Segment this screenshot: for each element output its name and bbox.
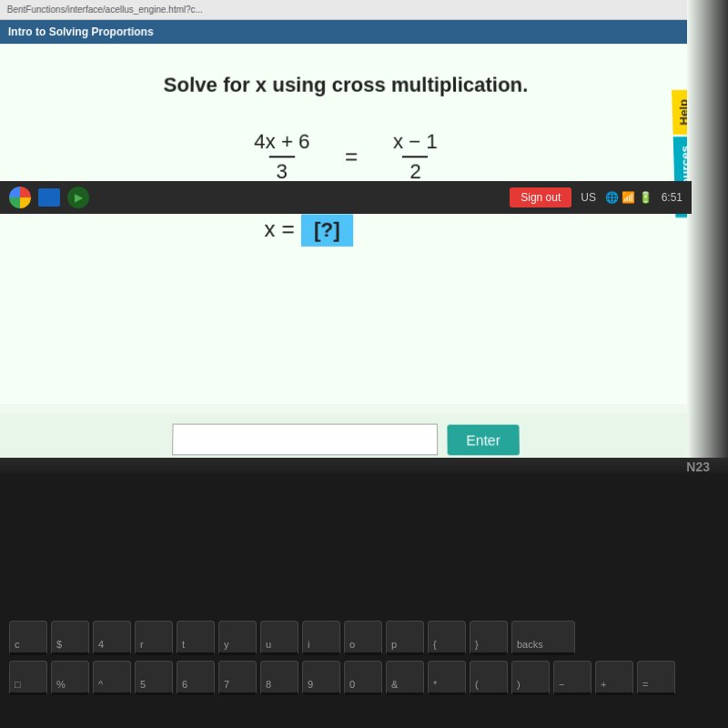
keyboard-area: c $ 4 r t y u i o p { } backs □ % ^ 5 6 … <box>0 473 728 728</box>
key-amp[interactable]: & <box>386 661 424 695</box>
taskbar: ▶ Sign out US 🌐 📶 🔋 6:51 <box>0 181 692 214</box>
enter-button[interactable]: Enter <box>447 424 519 455</box>
key-8[interactable]: 8 <box>260 661 298 695</box>
key-0[interactable]: 0 <box>344 661 382 695</box>
key-i[interactable]: i <box>302 621 340 655</box>
left-numerator: 4x + 6 <box>247 127 318 156</box>
equals-sign: = <box>345 144 358 170</box>
key-star[interactable]: * <box>428 661 466 695</box>
key-caret[interactable]: ^ <box>93 661 131 695</box>
key-6[interactable]: 6 <box>177 661 215 695</box>
play-icon[interactable]: ▶ <box>67 187 89 208</box>
left-fraction: 4x + 6 3 <box>247 127 318 186</box>
key-9[interactable]: 9 <box>302 661 340 695</box>
key-u[interactable]: u <box>260 621 298 655</box>
device-label: N23 <box>686 460 710 474</box>
answer-placeholder: [?] <box>300 214 352 246</box>
answer-input[interactable] <box>172 424 438 456</box>
key-plus[interactable]: + <box>595 661 633 695</box>
key-lparen[interactable]: ( <box>470 661 508 695</box>
key-rparen[interactable]: ) <box>511 661 550 695</box>
taskbar-apps: ▶ <box>9 187 89 208</box>
clock: 6:51 <box>662 191 682 204</box>
key-rect[interactable]: □ <box>9 661 47 695</box>
key-o[interactable]: o <box>344 621 382 655</box>
problem-instruction: Solve for x using cross multiplication. <box>34 71 659 99</box>
keyboard: c $ 4 r t y u i o p { } backs □ % ^ 5 6 … <box>9 621 719 701</box>
status-icons: 🌐 📶 🔋 <box>605 191 652 204</box>
key-4[interactable]: 4 <box>93 621 131 655</box>
url-text: BentFunctions/interface/acellus_engine.h… <box>6 5 203 15</box>
laptop-bezel-right <box>687 0 728 464</box>
main-content: Solve for x using cross multiplication. … <box>0 44 705 404</box>
key-rbrace[interactable]: } <box>470 621 508 655</box>
browser-area: BentFunctions/interface/acellus_engine.h… <box>0 0 708 485</box>
key-5[interactable]: 5 <box>135 661 173 695</box>
keyboard-row-2: □ % ^ 5 6 7 8 9 0 & * ( ) − + = <box>9 661 719 695</box>
key-y[interactable]: y <box>218 621 257 655</box>
key-equals[interactable]: = <box>637 661 675 695</box>
taskbar-status: Sign out US 🌐 📶 🔋 6:51 <box>510 187 682 207</box>
laptop-screen: BentFunctions/interface/acellus_engine.h… <box>0 0 728 473</box>
key-lbrace[interactable]: { <box>428 621 466 655</box>
chrome-icon[interactable] <box>9 187 31 208</box>
key-percent[interactable]: % <box>51 661 89 695</box>
locale-indicator: US <box>581 191 596 204</box>
key-r[interactable]: r <box>135 621 173 655</box>
key-t[interactable]: t <box>177 621 215 655</box>
keyboard-row-1: c $ 4 r t y u i o p { } backs <box>9 621 719 655</box>
key-p[interactable]: p <box>386 621 424 655</box>
equation-display: 4x + 6 3 = x − 1 2 <box>31 127 661 186</box>
key-minus[interactable]: − <box>553 661 592 695</box>
folder-icon[interactable] <box>38 188 60 207</box>
key-c[interactable]: c <box>9 621 47 655</box>
right-numerator: x − 1 <box>386 127 445 156</box>
key-backspace[interactable]: backs <box>511 621 575 655</box>
page-title: Intro to Solving Proportions <box>8 25 154 38</box>
key-7[interactable]: 7 <box>218 661 257 695</box>
right-fraction: x − 1 2 <box>386 127 446 186</box>
key-dollar[interactable]: $ <box>51 621 89 655</box>
page-header: Intro to Solving Proportions <box>0 20 693 44</box>
url-bar: BentFunctions/interface/acellus_engine.h… <box>0 0 693 20</box>
sign-out-button[interactable]: Sign out <box>510 187 571 207</box>
answer-line: x = [?] <box>0 214 662 246</box>
answer-label: x = <box>264 216 300 241</box>
